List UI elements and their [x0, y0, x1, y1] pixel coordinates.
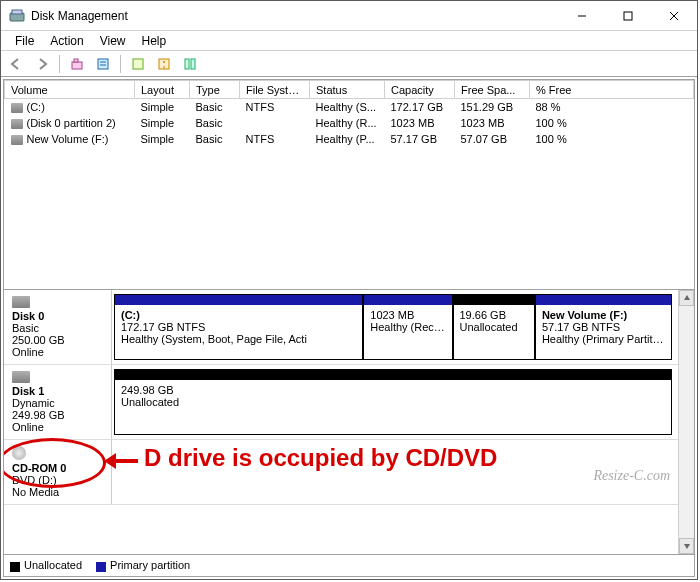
partition-bar [364, 295, 451, 305]
back-icon[interactable] [5, 53, 27, 75]
col-type[interactable]: Type [190, 81, 240, 99]
disk-kind: Dynamic [12, 397, 105, 409]
vertical-scrollbar[interactable] [678, 290, 694, 554]
cell-free: 151.29 GB [455, 99, 530, 116]
table-header-row: Volume Layout Type File System Status Ca… [5, 81, 694, 99]
legend-label: Unallocated [24, 559, 82, 571]
cell-free: 57.07 GB [455, 131, 530, 147]
cell-layout: Simple [135, 99, 190, 116]
col-pctfree[interactable]: % Free [530, 81, 694, 99]
disk-icon [12, 296, 30, 308]
partition-bar [115, 295, 362, 305]
col-status[interactable]: Status [310, 81, 385, 99]
cell-volume: (C:) [27, 101, 45, 113]
disk-partitions: 249.98 GB Unallocated [112, 365, 678, 439]
disk-label: Disk 1 Dynamic 249.98 GB Online [4, 365, 112, 439]
partition[interactable]: 249.98 GB Unallocated [114, 369, 672, 435]
table-row[interactable]: New Volume (F:) Simple Basic NTFS Health… [5, 131, 694, 147]
disk-state: Online [12, 421, 105, 433]
partition-status: Healthy (Primary Partition) [542, 333, 665, 345]
disk-state: No Media [12, 486, 105, 498]
partition-size: 1023 MB [370, 309, 445, 321]
disk-name: Disk 0 [12, 310, 105, 322]
menu-file[interactable]: File [7, 32, 42, 50]
partition[interactable]: New Volume (F:) 57.17 GB NTFS Healthy (P… [535, 294, 672, 360]
refresh-icon[interactable] [127, 53, 149, 75]
minimize-button[interactable] [559, 1, 605, 30]
menubar: File Action View Help [1, 31, 697, 51]
svg-marker-19 [684, 544, 690, 549]
cell-volume: (Disk 0 partition 2) [27, 117, 116, 129]
cell-fs: NTFS [240, 99, 310, 116]
menu-view[interactable]: View [92, 32, 134, 50]
scroll-down-icon[interactable] [679, 538, 694, 554]
cell-volume: New Volume (F:) [27, 133, 109, 145]
scroll-up-icon[interactable] [679, 290, 694, 306]
disk-kind: DVD (D:) [12, 474, 105, 486]
col-filesystem[interactable]: File System [240, 81, 310, 99]
partition[interactable]: 1023 MB Healthy (Recovery P [363, 294, 452, 360]
col-volume[interactable]: Volume [5, 81, 135, 99]
partition[interactable]: 19.66 GB Unallocated [453, 294, 535, 360]
partition-title: (C:) [121, 309, 356, 321]
cell-pct: 100 % [530, 115, 694, 131]
partition-bar [454, 295, 534, 305]
disk-size: 249.98 GB [12, 409, 105, 421]
partition-bar [536, 295, 671, 305]
toolbar [1, 51, 697, 77]
disk-row[interactable]: Disk 0 Basic 250.00 GB Online (C:) 172.1… [4, 290, 678, 365]
properties-icon[interactable] [92, 53, 114, 75]
menu-help[interactable]: Help [134, 32, 175, 50]
content-area: Volume Layout Type File System Status Ca… [3, 79, 695, 577]
cell-capacity: 1023 MB [385, 115, 455, 131]
svg-rect-11 [133, 59, 143, 69]
up-icon[interactable] [66, 53, 88, 75]
legend-item: Unallocated [10, 559, 82, 571]
volume-icon [11, 135, 23, 145]
legend-label: Primary partition [110, 559, 190, 571]
volume-table: Volume Layout Type File System Status Ca… [4, 80, 694, 147]
disk-label: Disk 0 Basic 250.00 GB Online [4, 290, 112, 364]
help-icon[interactable] [153, 53, 175, 75]
disk-graphical-pane: Disk 0 Basic 250.00 GB Online (C:) 172.1… [4, 290, 694, 554]
disk-partitions [112, 440, 678, 504]
cell-status: Healthy (R... [310, 115, 385, 131]
maximize-button[interactable] [605, 1, 651, 30]
close-button[interactable] [651, 1, 697, 30]
scroll-track[interactable] [679, 306, 694, 538]
volume-list-pane[interactable]: Volume Layout Type File System Status Ca… [4, 80, 694, 290]
table-row[interactable]: (C:) Simple Basic NTFS Healthy (S... 172… [5, 99, 694, 116]
cell-layout: Simple [135, 115, 190, 131]
col-freespace[interactable]: Free Spa... [455, 81, 530, 99]
forward-icon[interactable] [31, 53, 53, 75]
partition-status: Healthy (System, Boot, Page File, Acti [121, 333, 356, 345]
window-title: Disk Management [31, 9, 128, 23]
titlebar: Disk Management [1, 1, 697, 31]
partition-size: 172.17 GB NTFS [121, 321, 356, 333]
volume-icon [11, 103, 23, 113]
window-controls [559, 1, 697, 30]
partition-status: Unallocated [121, 396, 665, 408]
disk-kind: Basic [12, 322, 105, 334]
show-hide-icon[interactable] [179, 53, 201, 75]
cell-pct: 100 % [530, 131, 694, 147]
cell-capacity: 172.17 GB [385, 99, 455, 116]
partition-size: 249.98 GB [121, 384, 665, 396]
disk-icon [12, 371, 30, 383]
disk-row[interactable]: CD-ROM 0 DVD (D:) No Media [4, 440, 678, 505]
col-capacity[interactable]: Capacity [385, 81, 455, 99]
app-icon [9, 8, 25, 24]
table-row[interactable]: (Disk 0 partition 2) Simple Basic Health… [5, 115, 694, 131]
partition[interactable]: (C:) 172.17 GB NTFS Healthy (System, Boo… [114, 294, 363, 360]
partition-status: Unallocated [460, 321, 528, 333]
menu-action[interactable]: Action [42, 32, 91, 50]
svg-rect-14 [185, 59, 189, 69]
cell-fs: NTFS [240, 131, 310, 147]
partition-size: 57.17 GB NTFS [542, 321, 665, 333]
disk-state: Online [12, 346, 105, 358]
cell-capacity: 57.17 GB [385, 131, 455, 147]
cell-type: Basic [190, 99, 240, 116]
col-layout[interactable]: Layout [135, 81, 190, 99]
disk-row[interactable]: Disk 1 Dynamic 249.98 GB Online 249.98 G… [4, 365, 678, 440]
legend-swatch-primary [96, 562, 106, 572]
